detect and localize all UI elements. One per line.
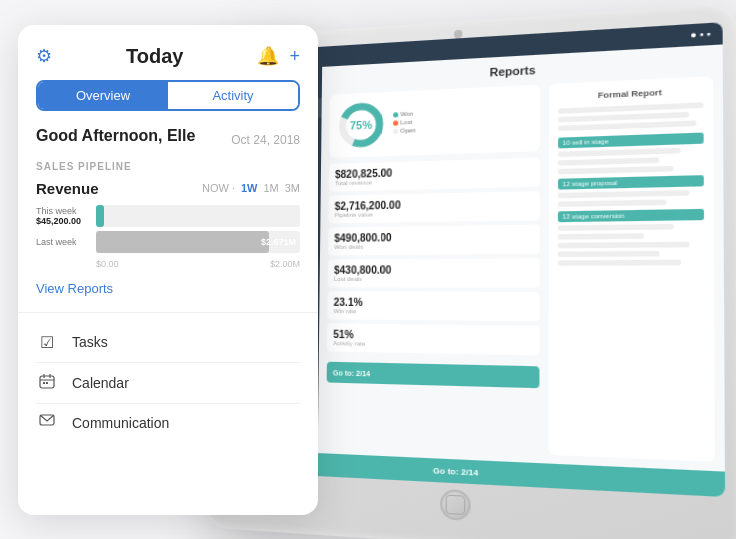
stat-lost: $430,800.00 Lost deals	[328, 258, 540, 287]
report-line-6	[558, 165, 674, 174]
nav-calendar[interactable]: Calendar	[36, 363, 300, 404]
filter-now[interactable]: NOW ·	[202, 182, 235, 194]
gear-icon[interactable]: ⚙	[36, 45, 52, 67]
this-week-bar-outer	[96, 205, 300, 227]
view-reports-link[interactable]: View Reports	[36, 281, 300, 296]
tab-overview[interactable]: Overview	[38, 82, 168, 109]
stat-activity-rate: 51% Activity rate	[327, 323, 540, 355]
last-week-bar-outer: $2.671M	[96, 231, 300, 253]
nav-tasks[interactable]: ☑ Tasks	[36, 323, 300, 363]
filter-1m[interactable]: 1M	[263, 182, 278, 194]
ipad-home-inner	[446, 494, 466, 515]
report-green-tag-3: 12 stage conversion	[558, 208, 704, 221]
ipad-stats-list: $820,825.00 Total revenue $2,716,200.00 …	[327, 157, 540, 355]
report-line-10	[558, 233, 644, 239]
time-filters: NOW · 1W 1M 3M	[202, 182, 300, 194]
ipad-camera	[454, 29, 463, 38]
ipad-donut-widget: 75% Won L	[329, 84, 540, 157]
ipad-home-button[interactable]	[440, 488, 471, 520]
greeting-text: Good Afternoon, Elle	[36, 127, 195, 145]
ipad-main-content: Reports 75%	[318, 44, 725, 471]
ipad-report-area: 75% Won L	[326, 76, 715, 462]
nav-calendar-label: Calendar	[72, 375, 129, 391]
revenue-title: Revenue	[36, 180, 99, 197]
ipad-bottom-label: Go to: 2/14	[433, 465, 478, 477]
stat-win-rate: 23.1% Win rate	[327, 291, 539, 321]
axis-labels: $0.00 $2.00M	[36, 259, 300, 269]
nav-communication[interactable]: Communication	[36, 404, 300, 442]
stat-won: $490,800.00 Won deals	[328, 224, 540, 255]
last-week-label: Last week	[36, 237, 96, 247]
report-line-11	[558, 241, 689, 248]
axis-start: $0.00	[96, 259, 119, 269]
divider	[18, 312, 318, 313]
donut-chart: 75%	[335, 98, 387, 151]
svg-rect-7	[43, 382, 45, 384]
ipad-icons: ● ▪ ▪	[690, 28, 710, 40]
nav-communication-label: Communication	[72, 415, 169, 431]
nav-tasks-label: Tasks	[72, 334, 108, 350]
last-week-bar-value: $2.671M	[261, 237, 296, 247]
donut-legend: Won Lost Open	[393, 105, 533, 136]
ipad-stats-column: 75% Won L	[326, 84, 540, 454]
svg-rect-8	[46, 382, 48, 384]
revenue-bar-chart: This week $45,200.00 Last week $2.671M	[36, 205, 300, 253]
header-icons: 🔔 +	[257, 45, 300, 67]
bar-this-week: This week $45,200.00	[36, 205, 300, 227]
report-line-13	[558, 259, 682, 265]
bell-icon[interactable]: 🔔	[257, 45, 279, 67]
report-line-5	[558, 157, 659, 165]
front-card: ⚙ Today 🔔 + Overview Activity Good After…	[18, 25, 318, 515]
card-header: ⚙ Today 🔔 +	[36, 45, 300, 68]
main-scene: 9:41 AM ● ▪ ▪ Enterprise sales team Repo…	[18, 15, 718, 525]
card-title: Today	[52, 45, 257, 68]
svg-text:75%: 75%	[350, 118, 373, 132]
report-green-tag-1: 10 sell in stage	[558, 132, 704, 148]
filter-1w[interactable]: 1W	[241, 182, 258, 194]
report-line-8	[558, 199, 667, 207]
calendar-icon	[36, 373, 58, 393]
report-green-tag-2: 12 stage proposal	[558, 175, 704, 189]
stat-pipeline: $2,716,200.00 Pipeline value	[328, 191, 539, 223]
bar-last-week: Last week $2.671M	[36, 231, 300, 253]
communication-icon	[36, 414, 58, 432]
report-line-4	[558, 147, 681, 156]
last-week-bar-fill: $2.671M	[96, 231, 269, 253]
this-week-bar-fill	[96, 205, 104, 227]
this-week-label: This week $45,200.00	[36, 206, 96, 226]
tab-activity[interactable]: Activity	[168, 82, 298, 109]
filter-3m[interactable]: 3M	[285, 182, 300, 194]
stat-total-revenue: $820,825.00 Total revenue	[329, 157, 540, 191]
ipad-green-action-bar[interactable]: Go to: 2/14	[327, 361, 540, 388]
report-line-9	[558, 223, 674, 230]
tabs-container: Overview Activity	[36, 80, 300, 111]
ipad-formal-report: Formal Report 10 sell in stage 12 stage …	[548, 76, 715, 462]
report-line-7	[558, 190, 689, 198]
formal-report-title: Formal Report	[558, 85, 703, 101]
green-bar-label: Go to: 2/14	[333, 368, 370, 376]
section-label: SALES PIPELINE	[36, 161, 300, 172]
report-line-12	[558, 250, 659, 256]
revenue-header: Revenue NOW · 1W 1M 3M	[36, 180, 300, 197]
plus-icon[interactable]: +	[289, 46, 300, 67]
axis-end: $2.00M	[270, 259, 300, 269]
tasks-icon: ☑	[36, 333, 58, 352]
